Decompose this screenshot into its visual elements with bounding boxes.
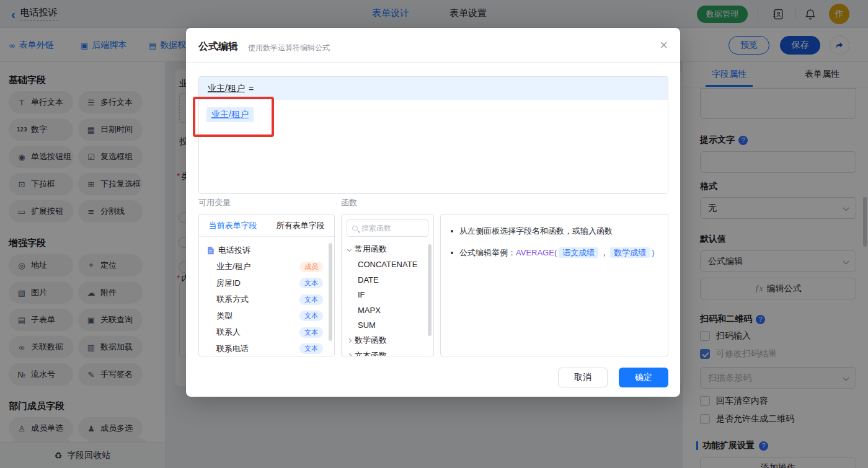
dialog-title: 公式编辑	[198, 40, 238, 53]
variable-name: 房屋ID	[216, 278, 241, 289]
cancel-button[interactable]: 取消	[558, 368, 608, 387]
function-group-row[interactable]: 常用函数	[342, 242, 433, 257]
variable-type-tag: 文本	[299, 278, 323, 288]
function-group-name: 常用函数	[355, 244, 387, 255]
variables-label: 可用变量	[198, 197, 231, 208]
variable-type-tag: 文本	[299, 311, 323, 321]
formula-expression-area[interactable]: 业主/租户	[199, 100, 668, 194]
function-item[interactable]: CONCATENATE	[342, 257, 433, 273]
closing-paren: )	[652, 248, 654, 257]
tips-panel: 从左侧面板选择字段名和函数，或输入函数 公式编辑举例：AVERAGE(语文成绩，…	[440, 214, 668, 356]
variables-tabs: 当前表单字段 所有表单字段	[199, 214, 334, 237]
function-group-row[interactable]: 数学函数	[342, 333, 433, 348]
variable-row[interactable]: 联系人文本	[206, 324, 328, 341]
variable-type-tag: 文本	[299, 294, 323, 305]
form-doc-icon	[206, 246, 215, 255]
close-icon[interactable]: ×	[660, 37, 668, 54]
bullet-dot	[451, 230, 453, 232]
function-group-name: 数学函数	[355, 335, 387, 346]
function-name: AVERAGE(	[516, 248, 557, 257]
variable-type-tag: 文本	[299, 327, 323, 338]
variable-name: 联系电话	[216, 343, 249, 355]
variable-row[interactable]: 联系方式文本	[206, 291, 328, 308]
variable-name: 业主/租户	[216, 261, 251, 272]
divider	[186, 62, 680, 63]
tab-current-form-fields[interactable]: 当前表单字段	[209, 220, 257, 231]
function-item[interactable]: DATE	[342, 272, 433, 288]
bullet-dot	[451, 252, 453, 254]
variable-type-tag: 成员	[299, 262, 323, 272]
variables-root-node[interactable]: 电话投诉	[206, 242, 328, 258]
variables-panel: 当前表单字段 所有表单字段 电话投诉 业主/租户成员房屋ID文本联系方式文本类型…	[198, 214, 335, 356]
chevron-right-icon	[347, 338, 352, 343]
tip-line: 从左侧面板选择字段名和函数，或输入函数	[451, 225, 659, 237]
functions-label: 函数	[341, 197, 357, 208]
formula-target-strip: 业主/租户 =	[199, 77, 668, 100]
function-group-name: 文本函数	[355, 350, 387, 356]
example-field-chip: 数学成绩	[610, 247, 650, 258]
formula-target: 业主/租户	[208, 83, 245, 94]
variable-type-tag: 文本	[299, 343, 323, 354]
scrollbar-thumb[interactable]	[329, 243, 332, 341]
formula-editor: 业主/租户 = 业主/租户	[198, 76, 668, 194]
search-placeholder: 搜索函数	[361, 223, 391, 234]
function-search-input[interactable]: 搜索函数	[347, 219, 428, 237]
tip-example-line: 公式编辑举例：AVERAGE(语文成绩，数学成绩)	[451, 247, 659, 259]
variable-row[interactable]: 业主/租户成员	[206, 258, 328, 275]
confirm-button[interactable]: 确定	[619, 368, 668, 387]
variable-row[interactable]: 联系电话文本	[206, 341, 328, 357]
equals-sign: =	[249, 84, 254, 94]
function-group-row[interactable]: 文本函数	[342, 348, 433, 357]
variable-row[interactable]: 类型文本	[206, 308, 328, 325]
function-item[interactable]: IF	[342, 288, 433, 303]
example-field-chip: 语文成绩	[559, 247, 598, 258]
chevron-down-icon	[347, 247, 352, 252]
variable-row[interactable]: 房屋ID文本	[206, 275, 328, 292]
dialog-subtitle: 使用数学运算符编辑公式	[248, 43, 330, 53]
variables-list: 电话投诉 业主/租户成员房屋ID文本联系方式文本类型文本联系人文本联系电话文本	[199, 237, 334, 356]
functions-panel: 搜索函数 常用函数CONCATENATEDATEIFMAPXSUM数学函数文本函…	[341, 214, 434, 356]
app-window: ‹ 电话投诉 表单设计 表单设置 数据管理 作 ∞ 表单外链 ▣ 后端脚本 ▤ …	[0, 0, 868, 468]
tab-all-form-fields[interactable]: 所有表单字段	[277, 220, 325, 231]
variable-name: 联系方式	[216, 294, 249, 305]
search-icon	[352, 226, 358, 231]
function-item[interactable]: MAPX	[342, 302, 433, 318]
scrollbar-thumb[interactable]	[428, 244, 432, 336]
function-item[interactable]: SUM	[342, 318, 433, 333]
variable-name: 类型	[216, 311, 232, 322]
variable-name: 联系人	[216, 327, 241, 338]
formula-field-chip[interactable]: 业主/租户	[206, 107, 254, 122]
chevron-right-icon	[347, 353, 352, 356]
formula-editor-dialog: 公式编辑 使用数学运算符编辑公式 × 业主/租户 = 业主/租户 可用变量 当前…	[186, 28, 680, 397]
